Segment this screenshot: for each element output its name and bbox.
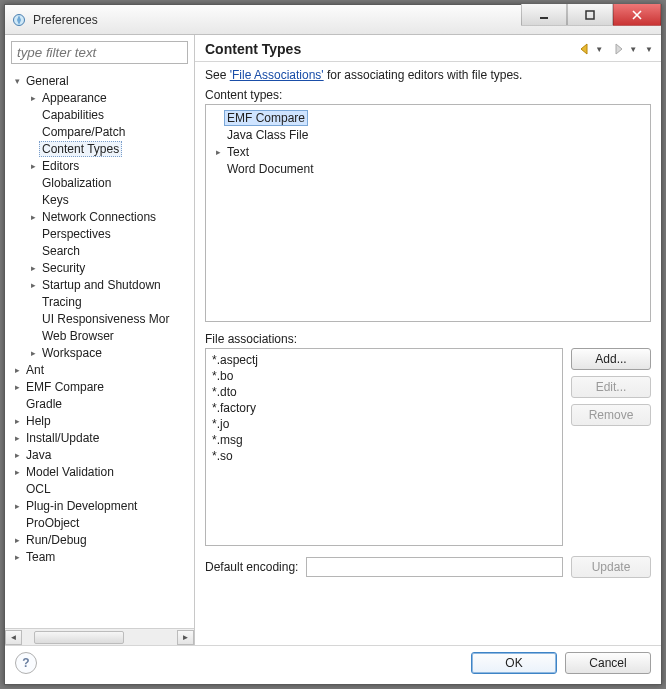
tree-item[interactable]: ▸Startup and Shutdown: [27, 276, 194, 293]
tree-item[interactable]: ProObject: [11, 514, 194, 531]
tree-item-label[interactable]: ProObject: [23, 516, 82, 530]
tree-item-label[interactable]: Security: [39, 261, 88, 275]
scroll-track[interactable]: [22, 630, 177, 645]
tree-item[interactable]: ▸Help: [11, 412, 194, 429]
file-associations-link[interactable]: 'File Associations': [230, 68, 324, 82]
cancel-button[interactable]: Cancel: [565, 652, 651, 674]
tree-item[interactable]: Search: [27, 242, 194, 259]
tree-item[interactable]: ▸Workspace: [27, 344, 194, 361]
tree-item[interactable]: Perspectives: [27, 225, 194, 242]
expand-icon[interactable]: ▸: [11, 416, 23, 426]
tree-item[interactable]: ▸Editors: [27, 157, 194, 174]
tree-item-label[interactable]: Model Validation: [23, 465, 117, 479]
tree-item-label[interactable]: Editors: [39, 159, 82, 173]
page-menu[interactable]: ▼: [645, 45, 653, 54]
content-type-item[interactable]: Word Document: [212, 160, 644, 177]
content-type-item[interactable]: Java Class File: [212, 126, 644, 143]
expand-icon[interactable]: ▸: [27, 280, 39, 290]
tree-item-label[interactable]: Run/Debug: [23, 533, 90, 547]
collapse-icon[interactable]: ▾: [11, 76, 23, 86]
expand-icon[interactable]: ▸: [11, 450, 23, 460]
ok-button[interactable]: OK: [471, 652, 557, 674]
tree-item[interactable]: Web Browser: [27, 327, 194, 344]
tree-item[interactable]: Tracing: [27, 293, 194, 310]
tree-item[interactable]: ▸Ant: [11, 361, 194, 378]
expand-icon[interactable]: ▸: [11, 365, 23, 375]
minimize-button[interactable]: [521, 4, 567, 26]
tree-item-label[interactable]: Compare/Patch: [39, 125, 128, 139]
file-association-item[interactable]: *.msg: [212, 433, 556, 449]
content-type-label[interactable]: Word Document: [224, 162, 316, 176]
tree-item[interactable]: ▸Plug-in Development: [11, 497, 194, 514]
tree-item[interactable]: ▸Model Validation: [11, 463, 194, 480]
tree-item-label[interactable]: Tracing: [39, 295, 85, 309]
tree-item-label[interactable]: Keys: [39, 193, 72, 207]
content-type-item[interactable]: ▸Text: [212, 143, 644, 160]
tree-item[interactable]: ▸Install/Update: [11, 429, 194, 446]
expand-icon[interactable]: ▸: [11, 501, 23, 511]
tree-item-label[interactable]: Search: [39, 244, 83, 258]
horizontal-scrollbar[interactable]: ◄ ►: [5, 628, 194, 645]
scroll-right-arrow[interactable]: ►: [177, 630, 194, 645]
category-tree[interactable]: ▾General▸AppearanceCapabilitiesCompare/P…: [5, 70, 194, 628]
tree-item-label[interactable]: Help: [23, 414, 54, 428]
file-association-item[interactable]: *.dto: [212, 385, 556, 401]
tree-item[interactable]: ▸Security: [27, 259, 194, 276]
tree-item[interactable]: ▸EMF Compare: [11, 378, 194, 395]
tree-item[interactable]: Gradle: [11, 395, 194, 412]
expand-icon[interactable]: ▸: [212, 147, 224, 157]
tree-item-label[interactable]: Java: [23, 448, 54, 462]
tree-item[interactable]: ▸Run/Debug: [11, 531, 194, 548]
expand-icon[interactable]: ▸: [11, 535, 23, 545]
tree-item[interactable]: Content Types: [27, 140, 194, 157]
expand-icon[interactable]: ▸: [11, 382, 23, 392]
maximize-button[interactable]: [567, 4, 613, 26]
tree-item[interactable]: Compare/Patch: [27, 123, 194, 140]
back-menu[interactable]: ▼: [595, 45, 603, 54]
tree-item-label[interactable]: Appearance: [39, 91, 110, 105]
tree-item-label[interactable]: EMF Compare: [23, 380, 107, 394]
edit-button[interactable]: Edit...: [571, 376, 651, 398]
file-association-item[interactable]: *.aspectj: [212, 353, 556, 369]
tree-item-label[interactable]: Plug-in Development: [23, 499, 140, 513]
tree-item[interactable]: ▸Appearance: [27, 89, 194, 106]
tree-item-label[interactable]: Globalization: [39, 176, 114, 190]
back-button[interactable]: [577, 41, 593, 57]
tree-item-label[interactable]: Network Connections: [39, 210, 159, 224]
expand-icon[interactable]: ▸: [27, 263, 39, 273]
tree-item[interactable]: OCL: [11, 480, 194, 497]
content-type-label[interactable]: Text: [224, 145, 252, 159]
content-type-label[interactable]: Java Class File: [224, 128, 311, 142]
tree-item[interactable]: ▸Network Connections: [27, 208, 194, 225]
tree-item[interactable]: Capabilities: [27, 106, 194, 123]
tree-item[interactable]: Keys: [27, 191, 194, 208]
tree-item-label[interactable]: Workspace: [39, 346, 105, 360]
tree-item-label[interactable]: General: [23, 74, 72, 88]
add-button[interactable]: Add...: [571, 348, 651, 370]
expand-icon[interactable]: ▸: [27, 212, 39, 222]
content-type-label[interactable]: EMF Compare: [224, 110, 308, 126]
file-association-item[interactable]: *.jo: [212, 417, 556, 433]
content-type-item[interactable]: EMF Compare: [212, 109, 644, 126]
tree-item-label[interactable]: Gradle: [23, 397, 65, 411]
tree-item-label[interactable]: UI Responsiveness Mor: [39, 312, 172, 326]
expand-icon[interactable]: ▸: [11, 467, 23, 477]
help-button[interactable]: ?: [15, 652, 37, 674]
remove-button[interactable]: Remove: [571, 404, 651, 426]
update-button[interactable]: Update: [571, 556, 651, 578]
default-encoding-input[interactable]: [306, 557, 563, 577]
filter-input[interactable]: [11, 41, 188, 64]
scroll-left-arrow[interactable]: ◄: [5, 630, 22, 645]
titlebar[interactable]: Preferences: [5, 5, 661, 35]
tree-item-label[interactable]: Content Types: [39, 141, 122, 157]
tree-item[interactable]: ▾General: [11, 72, 194, 89]
file-association-item[interactable]: *.factory: [212, 401, 556, 417]
tree-item-label[interactable]: Ant: [23, 363, 47, 377]
expand-icon[interactable]: ▸: [27, 161, 39, 171]
tree-item-label[interactable]: Startup and Shutdown: [39, 278, 164, 292]
expand-icon[interactable]: ▸: [11, 433, 23, 443]
expand-icon[interactable]: ▸: [27, 93, 39, 103]
tree-item[interactable]: UI Responsiveness Mor: [27, 310, 194, 327]
forward-button[interactable]: [611, 41, 627, 57]
expand-icon[interactable]: ▸: [11, 552, 23, 562]
